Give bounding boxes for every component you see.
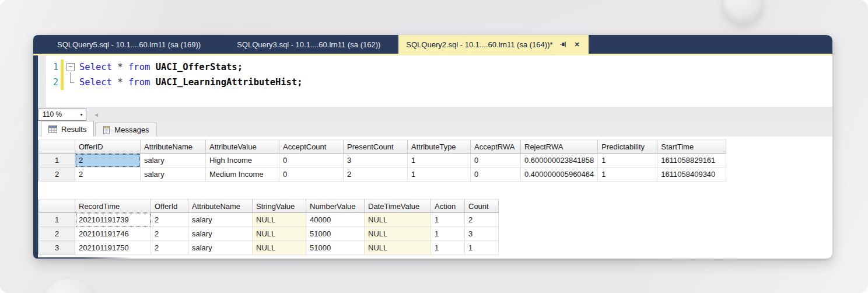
line-number: 2 xyxy=(46,75,58,90)
column-header[interactable]: StringValue xyxy=(253,200,306,213)
grid-cell[interactable]: 0 xyxy=(279,154,344,168)
pin-icon[interactable] xyxy=(559,41,567,48)
row-header[interactable]: 2 xyxy=(39,227,75,241)
grid-cell[interactable]: 1 xyxy=(598,168,657,182)
sql-operator: * xyxy=(112,77,128,88)
table-row: 2 2 salary Medium Income 0 2 1 0 0.40000… xyxy=(39,168,726,182)
tab-messages[interactable]: Messages xyxy=(95,123,156,137)
column-header[interactable]: AttributeValue xyxy=(206,140,279,154)
grid-cell[interactable]: salary xyxy=(188,227,253,241)
column-header[interactable]: RecordTime xyxy=(75,200,151,213)
tab-sqlquery2-active[interactable]: SQLQuery2.sql - 10.1....60.lrn11 (sa (16… xyxy=(398,35,588,54)
grid-cell[interactable]: 2 xyxy=(75,168,141,182)
sql-identifier: UACI_LearningAttributeHist; xyxy=(150,77,302,88)
grid-cell[interactable]: 0 xyxy=(279,168,344,182)
grid-cell[interactable]: 1 xyxy=(408,154,471,168)
column-header[interactable]: AttributeName xyxy=(188,200,253,213)
grid-cell[interactable]: 2 xyxy=(151,227,188,241)
table-row: 3 202101191750 2 salary NULL 51000 NULL … xyxy=(39,241,499,255)
grid-cell-null[interactable]: NULL xyxy=(253,227,306,241)
results-pane: OfferID AttributeName AttributeValue Acc… xyxy=(38,137,832,257)
close-icon[interactable]: ✕ xyxy=(573,41,581,48)
grid-cell[interactable]: 1 xyxy=(465,241,499,255)
grid-cell[interactable]: 1 xyxy=(431,213,465,227)
collapse-region-icon[interactable]: − xyxy=(66,63,75,71)
table-row: 1 2 salary High Income 0 3 1 0 0.6000000… xyxy=(39,154,726,168)
row-header[interactable]: 2 xyxy=(39,168,75,182)
grid-cell-selected[interactable]: 202101191739 xyxy=(75,213,151,227)
column-header[interactable]: RejectRWA xyxy=(521,140,598,154)
grid-cell[interactable]: 2 xyxy=(465,213,499,227)
column-header[interactable]: AcceptRWA xyxy=(471,140,521,154)
hscroll-left-icon[interactable]: ◄ xyxy=(93,111,99,118)
page-background: SQLQuery5.sql - 10.1....60.lrn11 (sa (16… xyxy=(0,0,868,293)
column-header[interactable]: NumberValue xyxy=(306,200,365,213)
column-header[interactable]: AcceptCount xyxy=(279,140,344,154)
column-header[interactable]: StartTime xyxy=(657,140,726,154)
grid-cell[interactable]: 202101191750 xyxy=(75,241,151,255)
zoom-level-combo[interactable]: 110 % ▾ xyxy=(38,109,86,121)
grid-cell[interactable]: salary xyxy=(188,213,253,227)
grid-cell[interactable]: 51000 xyxy=(306,227,365,241)
tab-sqlquery3[interactable]: SQLQuery3.sql - 10.1....60.lrn11 (sa (16… xyxy=(219,35,398,54)
grid-cell[interactable]: 1 xyxy=(431,227,465,241)
select-all-corner[interactable] xyxy=(39,140,75,154)
grid-cell[interactable]: salary xyxy=(188,241,253,255)
fold-column xyxy=(64,75,79,90)
grid-cell[interactable]: 40000 xyxy=(306,213,365,227)
grid-cell-null[interactable]: NULL xyxy=(365,213,431,227)
grid-cell-selected[interactable]: 2 xyxy=(75,154,141,168)
editor-status-row: 110 % ▾ ◄ xyxy=(38,107,832,121)
grid-cell-null[interactable]: NULL xyxy=(253,213,306,227)
sql-operator: * xyxy=(112,62,128,72)
code-text: Select * from UACI_LearningAttributeHist… xyxy=(79,75,303,90)
grid-cell[interactable]: 2 xyxy=(344,168,408,182)
grid-cell[interactable]: 0.600000023841858 xyxy=(521,154,598,168)
grid-cell-null[interactable]: NULL xyxy=(365,227,431,241)
grid-cell[interactable]: 2 xyxy=(151,213,188,227)
header-row: RecordTime OfferId AttributeName StringV… xyxy=(39,200,499,213)
row-header[interactable]: 1 xyxy=(39,213,75,227)
grid-cell[interactable]: 1 xyxy=(431,241,465,255)
grid-cell-null[interactable]: NULL xyxy=(365,241,431,255)
grid-cell[interactable]: salary xyxy=(141,154,206,168)
grid-cell[interactable]: 0 xyxy=(471,168,521,182)
offerstats-result-grid: OfferID AttributeName AttributeValue Acc… xyxy=(38,139,726,182)
grid-cell-null[interactable]: NULL xyxy=(253,241,306,255)
column-header[interactable]: OfferId xyxy=(151,200,188,213)
tab-messages-label: Messages xyxy=(114,125,149,134)
sql-editor[interactable]: 1 − Select * from UACI_OfferStats; 2 Sel… xyxy=(38,55,832,107)
messages-icon xyxy=(103,126,110,134)
column-header[interactable]: Count xyxy=(465,200,499,213)
column-header[interactable]: AttributeType xyxy=(408,140,471,154)
grid-cell[interactable]: salary xyxy=(141,168,206,182)
column-header[interactable]: DateTimeValue xyxy=(365,200,431,213)
column-header[interactable]: OfferID xyxy=(75,140,141,154)
grid-cell[interactable]: High Income xyxy=(206,154,279,168)
row-header[interactable]: 1 xyxy=(39,154,75,168)
select-all-corner[interactable] xyxy=(39,200,75,213)
row-header[interactable]: 3 xyxy=(39,241,75,255)
column-header[interactable]: Action xyxy=(431,200,465,213)
grid-cell[interactable]: 1611058829161 xyxy=(657,154,726,168)
tab-sqlquery5[interactable]: SQLQuery5.sql - 10.1....60.lrn11 (sa (16… xyxy=(39,35,219,54)
column-header[interactable]: PresentCount xyxy=(344,140,408,154)
decor-circle-bottom xyxy=(42,279,97,293)
column-header[interactable]: Predictability xyxy=(598,140,657,154)
grid-cell[interactable]: 3 xyxy=(344,154,408,168)
document-tab-bar: SQLQuery5.sql - 10.1....60.lrn11 (sa (16… xyxy=(33,35,832,54)
grid-cell[interactable]: 2 xyxy=(151,241,188,255)
grid-cell[interactable]: Medium Income xyxy=(206,168,279,182)
grid-cell[interactable]: 0 xyxy=(471,154,521,168)
grid-cell[interactable]: 1 xyxy=(408,168,471,182)
outline-guide-line xyxy=(70,72,74,83)
grid-cell[interactable]: 3 xyxy=(465,227,499,241)
column-header[interactable]: AttributeName xyxy=(141,140,206,154)
grid-cell[interactable]: 1 xyxy=(598,154,657,168)
grid-cell[interactable]: 202101191746 xyxy=(75,227,151,241)
tab-results[interactable]: Results xyxy=(41,121,94,137)
grid-cell[interactable]: 1611058409340 xyxy=(657,168,726,182)
grid-cell[interactable]: 51000 xyxy=(306,241,365,255)
results-grid-icon xyxy=(48,125,57,133)
grid-cell[interactable]: 0.400000005960464 xyxy=(521,168,598,182)
